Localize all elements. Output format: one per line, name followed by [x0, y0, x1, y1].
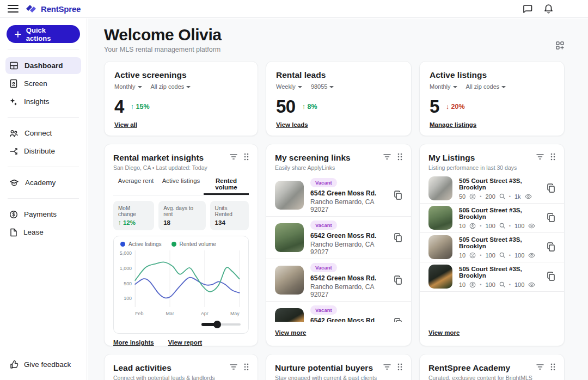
sidebar-item-label: Payments: [24, 210, 57, 218]
drag-handle-icon[interactable]: [244, 363, 249, 371]
sidebar-item-connect[interactable]: Connect: [5, 125, 81, 142]
zip-dropdown[interactable]: All zip codes: [151, 83, 191, 90]
filter-icon[interactable]: [230, 364, 237, 370]
screening-link-item[interactable]: Vacant 6542 Green Moss Rd. Rancho Bernar…: [266, 259, 411, 302]
drag-handle-icon[interactable]: [244, 153, 249, 161]
period-value: Monthly: [430, 83, 451, 90]
give-feedback-button[interactable]: Give feedback: [0, 351, 87, 380]
search-icon: [499, 223, 505, 229]
slider-handle[interactable]: [213, 321, 221, 328]
quick-actions-button[interactable]: Quick actions: [7, 25, 80, 43]
separator: •: [509, 223, 511, 229]
filter-icon[interactable]: [230, 154, 237, 160]
listing-row[interactable]: 505 Court Street #3S, Brooklyn 10 • 100 …: [420, 233, 564, 262]
sidebar-item-insights[interactable]: Insights: [5, 93, 81, 110]
eye-icon: [525, 194, 532, 199]
drag-handle-icon[interactable]: [550, 153, 555, 161]
separator: •: [480, 253, 481, 258]
copy-icon[interactable]: [547, 272, 555, 281]
copy-icon[interactable]: [394, 191, 402, 200]
screening-link-item[interactable]: Vacant 6542 Green Moss Rd. Rancho Bernar…: [266, 302, 411, 322]
sidebar-item-label: Dashboard: [24, 62, 63, 70]
card-subtitle: Easily share ApplyLinks: [275, 164, 351, 171]
filter-icon[interactable]: [383, 154, 391, 160]
sidebar-item-dashboard[interactable]: Dashboard: [5, 57, 81, 74]
zip-dropdown[interactable]: All zip codes: [466, 83, 506, 90]
copy-icon[interactable]: [394, 233, 402, 243]
property-city: Rancho Bernardo, CA 92027: [310, 198, 387, 213]
legend-item: Active listings: [120, 241, 162, 247]
filter-icon[interactable]: [383, 364, 391, 370]
view-more-link[interactable]: View more: [275, 329, 306, 336]
search-icon: [499, 252, 505, 258]
listing-row[interactable]: 505 Court Street #3S, Brooklyn 10 • 100 …: [420, 204, 564, 233]
filter-icon[interactable]: [536, 364, 544, 370]
legend-dot: [120, 242, 125, 247]
drag-handle-icon[interactable]: [550, 363, 555, 371]
search-icon: [499, 281, 505, 287]
screening-link-item[interactable]: Vacant 6542 Green Moss Rd. Rancho Bernar…: [266, 174, 411, 217]
stat-delta: ↓ 20%: [446, 103, 465, 111]
insights-tab[interactable]: Average rent: [113, 177, 158, 195]
chart-range-slider[interactable]: [201, 321, 241, 328]
menu-icon[interactable]: [8, 5, 19, 13]
property-address: 6542 Green Moss Rd.: [310, 274, 387, 282]
card-title: RentSpree Academy: [428, 363, 532, 373]
listing-row[interactable]: 505 Court Street #3S, Brooklyn 50 • 200 …: [420, 174, 564, 204]
drag-handle-icon[interactable]: [397, 363, 402, 371]
sidebar-item-lease[interactable]: Lease: [5, 224, 81, 241]
delta-arrow-icon: ↑: [131, 103, 134, 111]
svg-text:5,000: 5,000: [120, 250, 132, 256]
people-icon: [9, 129, 19, 138]
zip-dropdown[interactable]: 98055: [311, 83, 334, 90]
divider: [8, 167, 79, 167]
chat-icon[interactable]: [523, 4, 533, 14]
copy-icon[interactable]: [547, 213, 555, 223]
copy-icon[interactable]: [547, 242, 555, 252]
stat-card-link[interactable]: Manage listings: [430, 121, 554, 128]
copy-icon[interactable]: [394, 318, 402, 322]
copy-icon[interactable]: [547, 183, 555, 193]
zip-value: All zip codes: [151, 83, 185, 90]
view-more-link[interactable]: View more: [428, 329, 460, 336]
views-count: 100: [514, 281, 524, 288]
filter-icon[interactable]: [536, 154, 544, 160]
add-widget-icon[interactable]: [555, 41, 565, 53]
sidebar-item-screen[interactable]: Screen: [5, 75, 81, 92]
more-insights-link[interactable]: More insights: [113, 339, 154, 346]
period-dropdown[interactable]: Weekly: [276, 83, 302, 90]
sidebar-item-academy[interactable]: Academy: [5, 174, 81, 191]
insights-tab[interactable]: Rented volume: [204, 177, 249, 195]
chart-legend: Active listings Rented volume: [118, 241, 244, 247]
sidebar-item-distribute[interactable]: Distribute: [5, 143, 81, 160]
caret-down-icon: [138, 86, 142, 88]
stat-card: Rental leads Weekly 98055 50 ↑ 8% View l…: [266, 61, 412, 136]
brand-logo[interactable]: RentSpree: [25, 3, 81, 14]
property-city: Rancho Bernardo, CA 92027: [310, 241, 387, 256]
view-report-link[interactable]: View report: [168, 339, 202, 346]
status-badge: Vacant: [310, 263, 337, 272]
card-title: Lead activities: [113, 363, 215, 373]
stat-card-link[interactable]: View leads: [276, 121, 401, 128]
card-subtitle: Curated, exclusive content for BrightMLS: [428, 375, 532, 380]
views-count: 100: [514, 252, 524, 259]
insights-tab[interactable]: Active listings: [158, 177, 204, 195]
stat-card-link[interactable]: View all: [114, 121, 248, 128]
property-photo: [275, 223, 304, 252]
stat-delta: ↑ 15%: [131, 103, 150, 111]
caret-down-icon: [186, 86, 191, 88]
copy-icon[interactable]: [394, 275, 402, 285]
eye-icon: [528, 223, 535, 229]
drag-handle-icon[interactable]: [397, 153, 402, 161]
sidebar-item-payments[interactable]: Payments: [5, 206, 81, 223]
period-dropdown[interactable]: Monthly: [114, 83, 142, 90]
leads-count: 10: [459, 281, 465, 288]
dashboard-icon: [9, 61, 19, 70]
separator: •: [509, 194, 511, 199]
caret-down-icon: [453, 86, 457, 88]
page-subtitle: Your MLS rental management platform: [104, 46, 222, 53]
period-dropdown[interactable]: Monthly: [430, 83, 457, 90]
listing-row[interactable]: 505 Court Street #3S, Brooklyn 10 • 100 …: [420, 262, 564, 292]
bell-icon[interactable]: [544, 4, 553, 14]
screening-link-item[interactable]: Vacant 6542 Green Moss Rd. Rancho Bernar…: [266, 217, 411, 259]
